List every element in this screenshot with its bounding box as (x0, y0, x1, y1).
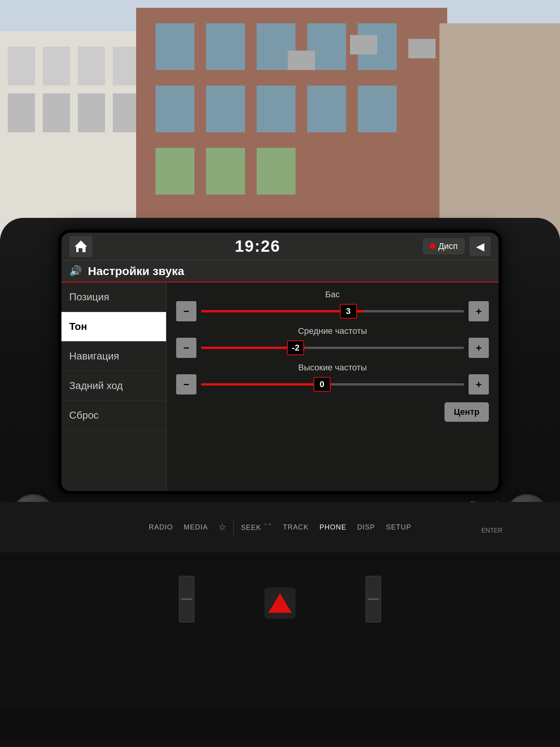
svg-rect-11 (156, 23, 194, 70)
svg-rect-22 (206, 148, 245, 195)
setup-button[interactable]: SETUP (381, 520, 417, 535)
disp-label: Дисп (438, 241, 458, 251)
vent-area (0, 560, 560, 747)
title-bar: 🔊 Настройки звука (61, 260, 499, 282)
controls-bar: RADIO MEDIA ☆ SEEK ⌃⌃ TRACK PHONE DISP S… (0, 502, 560, 552)
bass-section: Бас − 3 + (176, 289, 489, 321)
svg-rect-7 (78, 93, 105, 132)
screen-bezel: 19:26 Дисп ◀ 🔊 Настройки звука Позиция Т (58, 230, 502, 494)
high-slider[interactable]: 0 (201, 374, 464, 395)
main-content: Позиция Тон Навигация Задний ход Сброс (61, 282, 499, 491)
svg-rect-25 (350, 35, 377, 54)
svg-rect-19 (307, 86, 346, 132)
mid-slider[interactable]: -2 (201, 338, 464, 358)
menu-item-reverse[interactable]: Задний ход (61, 371, 166, 401)
svg-rect-18 (257, 86, 296, 132)
bass-plus-button[interactable]: + (469, 301, 489, 321)
svg-rect-9 (113, 93, 140, 132)
menu-item-tone[interactable]: Тон (61, 312, 166, 342)
center-button[interactable]: Центр (444, 402, 489, 422)
infotainment-screen: 19:26 Дисп ◀ 🔊 Настройки звука Позиция Т (61, 233, 499, 491)
back-button[interactable]: ◀ (469, 237, 491, 256)
menu-item-navigation[interactable]: Навигация (61, 342, 166, 371)
home-button[interactable] (69, 236, 93, 257)
bass-track (201, 310, 464, 312)
high-label: Высокие частоты (176, 363, 489, 373)
mid-label: Средние частоты (176, 326, 489, 336)
track-label: TRACK (283, 523, 309, 531)
favorite-button[interactable]: ☆ (213, 519, 232, 535)
divider (233, 519, 234, 535)
svg-rect-23 (257, 148, 296, 195)
bass-slider[interactable]: 3 (201, 301, 464, 321)
radio-button[interactable]: RADIO (143, 520, 178, 535)
svg-rect-17 (206, 86, 245, 132)
svg-rect-27 (439, 23, 560, 241)
time-display: 19:26 (93, 237, 423, 256)
svg-rect-8 (113, 47, 140, 86)
svg-rect-12 (206, 23, 245, 70)
page-title: Настройки звука (88, 265, 184, 278)
svg-rect-2 (8, 47, 35, 86)
mid-row: − -2 + (176, 338, 489, 358)
svg-rect-5 (43, 93, 70, 132)
speaker-icon: 🔊 (69, 265, 82, 277)
back-icon: ◀ (476, 240, 485, 253)
svg-rect-26 (408, 39, 436, 58)
mid-track (201, 347, 464, 349)
high-fill (201, 383, 332, 386)
svg-rect-6 (78, 47, 105, 86)
disp-button[interactable]: Дисп (423, 238, 465, 254)
header-bar: 19:26 Дисп ◀ (61, 233, 499, 260)
disp-control-button[interactable]: DISP (352, 520, 381, 535)
track-button[interactable]: TRACK (278, 520, 314, 535)
menu-item-reset[interactable]: Сброс (61, 401, 166, 430)
bass-row: − 3 + (176, 301, 489, 321)
svg-rect-4 (43, 47, 70, 86)
high-section: Высокие частоты − 0 + (176, 363, 489, 395)
high-minus-button[interactable]: − (176, 374, 196, 395)
high-value: 0 (313, 377, 331, 392)
high-plus-button[interactable]: + (469, 374, 489, 395)
svg-rect-21 (156, 148, 194, 195)
media-button[interactable]: MEDIA (178, 520, 213, 535)
phone-button[interactable]: PHONE (314, 520, 352, 535)
enter-label: ENTER (481, 527, 502, 534)
equalizer-panel: Бас − 3 + (166, 282, 499, 491)
hazard-button[interactable] (264, 587, 296, 619)
bass-label: Бас (176, 289, 489, 300)
mid-minus-button[interactable]: − (176, 338, 196, 358)
bass-minus-button[interactable]: − (176, 301, 196, 321)
high-track (201, 383, 464, 386)
hazard-triangle-icon (268, 593, 292, 613)
bass-value: 3 (340, 304, 357, 319)
svg-rect-3 (8, 93, 35, 132)
seek-button[interactable]: SEEK ⌃⌃ (235, 520, 277, 535)
seek-label: SEEK (241, 524, 261, 531)
menu-item-position[interactable]: Позиция (61, 282, 166, 312)
mid-section: Средние частоты − -2 + (176, 326, 489, 358)
mid-plus-button[interactable]: + (469, 338, 489, 358)
svg-rect-16 (156, 86, 194, 132)
svg-rect-24 (288, 51, 315, 70)
mid-value: -2 (287, 340, 304, 355)
left-menu: Позиция Тон Навигация Задний ход Сброс (61, 282, 166, 491)
high-row: − 0 + (176, 374, 489, 395)
disp-indicator (430, 244, 435, 249)
svg-rect-20 (358, 86, 397, 132)
